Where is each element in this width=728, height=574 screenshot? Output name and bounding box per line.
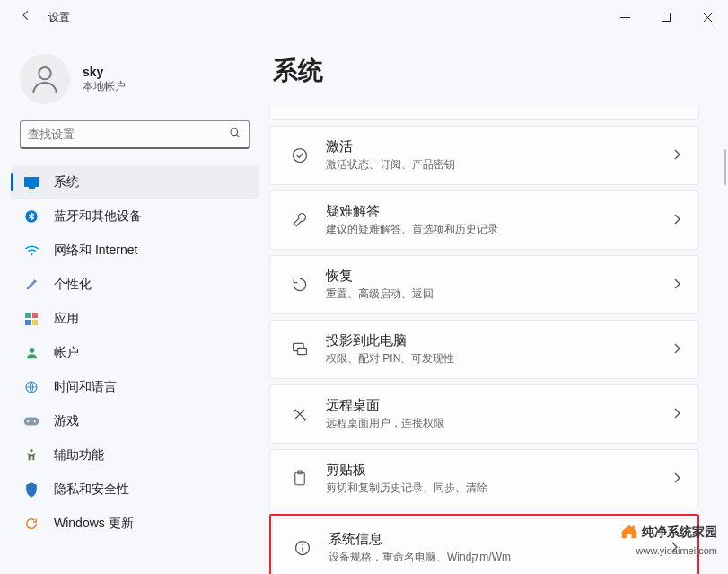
globe-icon	[23, 379, 39, 395]
svg-rect-11	[25, 313, 31, 318]
info-icon	[291, 539, 314, 557]
svg-rect-29	[632, 526, 634, 530]
nav-label: 蓝牙和其他设备	[54, 208, 142, 225]
sidebar-item-gaming[interactable]: 游戏	[11, 404, 259, 438]
nav-label: 帐户	[54, 345, 79, 361]
sidebar-item-apps[interactable]: 应用	[11, 302, 259, 336]
nav-label: 网络和 Internet	[54, 243, 137, 259]
card-title: 恢复	[326, 268, 673, 285]
nav-label: 个性化	[54, 277, 92, 293]
nav-label: 隐私和安全性	[54, 481, 129, 498]
nav-label: 时间和语言	[54, 379, 117, 395]
svg-point-4	[39, 67, 50, 79]
system-icon	[23, 174, 39, 190]
nav-label: 辅助功能	[54, 447, 104, 464]
svg-rect-14	[32, 320, 38, 325]
bluetooth-icon	[23, 208, 39, 225]
search-field[interactable]	[28, 128, 229, 141]
card-sub: 建议的疑难解答、首选项和历史记录	[326, 222, 673, 237]
card-sub: 激活状态、订阅、产品密钥	[326, 157, 673, 172]
svg-rect-7	[24, 177, 39, 187]
wrench-icon	[288, 211, 311, 229]
shield-icon	[23, 481, 39, 498]
nav-label: 应用	[54, 311, 79, 327]
nav-list: 系统 蓝牙和其他设备 网络和 Internet 个性化 应用	[0, 160, 269, 541]
brush-icon	[23, 277, 39, 293]
wifi-icon	[23, 243, 39, 259]
watermark-url: www.yidaimei.com	[620, 544, 717, 558]
sidebar-item-network[interactable]: 网络和 Internet	[11, 234, 259, 268]
nav-label: 系统	[54, 174, 79, 190]
svg-point-20	[30, 449, 32, 452]
sidebar-item-privacy[interactable]: 隐私和安全性	[11, 472, 259, 507]
person-icon	[23, 345, 39, 361]
chevron-right-icon	[673, 341, 680, 358]
chevron-right-icon	[673, 147, 680, 163]
sidebar-item-personalize[interactable]: 个性化	[11, 268, 259, 302]
card-title: 剪贴板	[326, 462, 673, 479]
svg-point-18	[27, 420, 29, 422]
accessibility-icon	[23, 447, 39, 464]
sidebar-item-system[interactable]: 系统	[11, 165, 259, 199]
search-input[interactable]	[20, 120, 250, 149]
main-panel: 系统 激活激活状态、订阅、产品密钥 疑难解答建议的疑难解答、首选项和历史记录 恢…	[269, 34, 728, 574]
card-sub: 远程桌面用户，连接权限	[326, 416, 673, 431]
update-icon	[23, 516, 39, 532]
card-title: 系统信息	[329, 531, 671, 548]
sidebar-item-accessibility[interactable]: 辅助功能	[11, 438, 259, 472]
card-sub: 设备规格，重命名电脑、Windקm/Wm	[329, 550, 671, 565]
chevron-right-icon	[673, 212, 680, 228]
close-button[interactable]	[687, 0, 728, 34]
card-title: 远程桌面	[326, 397, 673, 414]
project-icon	[288, 341, 311, 358]
card-sub: 剪切和复制历史记录、同步、清除	[326, 481, 673, 496]
card-clipboard[interactable]: 剪贴板剪切和复制历史记录、同步、清除	[269, 449, 699, 508]
svg-point-10	[31, 253, 32, 255]
svg-rect-13	[25, 320, 31, 325]
watermark-brand: 纯净系统家园	[642, 525, 717, 539]
card-title: 激活	[326, 138, 673, 155]
chevron-right-icon	[673, 406, 680, 422]
sidebar-item-accounts[interactable]: 帐户	[11, 336, 259, 370]
svg-line-6	[237, 134, 240, 137]
watermark: 纯净系统家园 www.yidaimei.com	[620, 524, 717, 558]
page-title: 系统	[269, 54, 699, 88]
svg-point-5	[231, 128, 238, 136]
svg-point-28	[302, 543, 303, 545]
remote-icon	[288, 405, 311, 423]
card-project[interactable]: 投影到此电脑权限、配对 PIN、可发现性	[269, 320, 699, 379]
back-button[interactable]	[20, 9, 32, 25]
card-sub: 重置、高级启动、返回	[326, 287, 673, 302]
sidebar-item-time[interactable]: 时间和语言	[11, 370, 259, 404]
apps-icon	[23, 311, 39, 327]
svg-point-21	[294, 149, 307, 163]
card-recovery[interactable]: 恢复重置、高级启动、返回	[269, 255, 699, 314]
avatar	[20, 54, 70, 104]
card-title: 投影到此电脑	[326, 332, 673, 349]
scrollbar[interactable]	[724, 149, 726, 185]
sidebar: sky 本地帐户 系统 蓝牙和其他设备	[0, 34, 269, 574]
nav-label: Windows 更新	[54, 516, 134, 532]
svg-rect-23	[298, 348, 307, 354]
minimize-button[interactable]	[604, 0, 645, 34]
search-icon	[229, 127, 241, 143]
card-sub: 权限、配对 PIN、可发现性	[326, 351, 673, 366]
user-subtitle: 本地帐户	[83, 79, 126, 94]
maximize-button[interactable]	[645, 0, 687, 34]
gamepad-icon	[23, 413, 39, 429]
svg-rect-12	[32, 313, 38, 318]
card-troubleshoot[interactable]: 疑难解答建议的疑难解答、首选项和历史记录	[269, 190, 699, 250]
chevron-right-icon	[673, 471, 680, 487]
svg-point-15	[29, 348, 34, 353]
window-title: 设置	[48, 10, 70, 25]
house-icon	[620, 524, 638, 543]
sidebar-item-update[interactable]: Windows 更新	[11, 507, 259, 541]
recovery-icon	[288, 276, 311, 294]
card-activation[interactable]: 激活激活状态、订阅、产品密钥	[269, 126, 699, 185]
svg-rect-8	[29, 187, 35, 189]
user-name: sky	[83, 65, 126, 79]
svg-point-19	[34, 420, 36, 422]
sidebar-item-bluetooth[interactable]: 蓝牙和其他设备	[11, 199, 259, 234]
card-remote[interactable]: 远程桌面远程桌面用户，连接权限	[269, 384, 699, 444]
user-block[interactable]: sky 本地帐户	[0, 45, 269, 120]
